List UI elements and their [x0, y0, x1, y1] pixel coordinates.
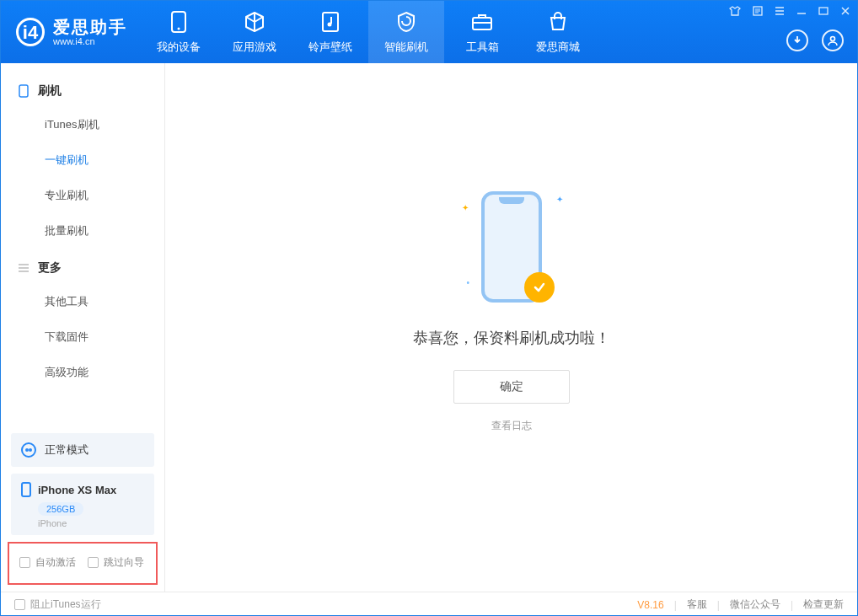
logo-area: i4 爱思助手 www.i4.cn — [1, 1, 141, 63]
logo-cn: 爱思助手 — [53, 18, 127, 36]
download-button[interactable] — [786, 29, 808, 51]
footer-link-update[interactable]: 检查更新 — [803, 597, 844, 612]
nav-tab-label: 爱思商城 — [536, 40, 580, 55]
footer-link-wechat[interactable]: 微信公众号 — [730, 597, 780, 612]
sidebar-section-more: 更多 — [1, 249, 164, 284]
checkbox-skip-guide[interactable]: 跳过向导 — [88, 555, 144, 570]
shield-icon — [394, 10, 418, 34]
sidebar-section-flash: 刷机 — [1, 72, 164, 107]
checkbox-label: 阻止iTunes运行 — [30, 597, 101, 612]
list-icon — [18, 262, 29, 274]
checkbox-box-icon — [19, 557, 30, 568]
header-right-buttons — [786, 29, 844, 51]
divider: | — [791, 599, 793, 611]
shop-icon — [546, 10, 570, 34]
sidebar-item-itunes-flash[interactable]: iTunes刷机 — [1, 107, 164, 142]
view-log-link[interactable]: 查看日志 — [491, 419, 532, 433]
device-sub: iPhone — [38, 518, 144, 528]
device-box[interactable]: iPhone XS Max 256GB iPhone — [11, 474, 154, 535]
check-badge-icon — [524, 272, 555, 303]
nav-tab-toolbox[interactable]: 工具箱 — [444, 1, 520, 63]
nav-tab-apps[interactable]: 应用游戏 — [217, 1, 292, 63]
svg-point-1 — [178, 27, 180, 29]
mode-icon — [21, 442, 36, 458]
sidebar-item-other-tools[interactable]: 其他工具 — [1, 284, 164, 319]
sidebar-item-download-firmware[interactable]: 下载固件 — [1, 319, 164, 355]
nav-tab-label: 铃声壁纸 — [308, 40, 352, 55]
toolbox-icon — [470, 10, 494, 34]
nav-tab-label: 工具箱 — [466, 40, 499, 55]
footer-right: V8.16 | 客服 | 微信公众号 | 检查更新 — [637, 597, 844, 612]
nav-tab-label: 我的设备 — [157, 40, 201, 55]
nav-tab-device[interactable]: 我的设备 — [141, 1, 217, 63]
svg-rect-6 — [819, 8, 828, 14]
nav-tab-flash[interactable]: 智能刷机 — [368, 1, 444, 63]
sidebar-item-batch-flash[interactable]: 批量刷机 — [1, 213, 164, 249]
sparkle-icon: • — [467, 278, 470, 287]
checkbox-block-itunes[interactable]: 阻止iTunes运行 — [14, 597, 101, 612]
checkbox-highlight-area: 自动激活 跳过向导 — [8, 542, 158, 585]
device-icon — [167, 10, 190, 34]
mode-label: 正常模式 — [45, 442, 88, 458]
nav-tabs: 我的设备 应用游戏 铃声壁纸 智能刷机 工具箱 — [141, 1, 596, 63]
sidebar-item-advanced[interactable]: 高级功能 — [1, 355, 164, 390]
sidebar-bottom: 正常模式 iPhone XS Max 256GB iPhone 自动激活 跳过向… — [1, 426, 164, 592]
main-area: 刷机 iTunes刷机 一键刷机 专业刷机 批量刷机 更多 其他工具 下载固件 … — [1, 63, 857, 592]
sidebar: 刷机 iTunes刷机 一键刷机 专业刷机 批量刷机 更多 其他工具 下载固件 … — [1, 63, 165, 592]
shirt-icon[interactable] — [727, 6, 743, 19]
logo-icon: i4 — [16, 18, 45, 46]
confirm-button[interactable]: 确定 — [453, 370, 570, 404]
nav-tab-label: 智能刷机 — [384, 40, 428, 55]
nav-tab-label: 应用游戏 — [233, 40, 276, 55]
sidebar-item-oneclick-flash[interactable]: 一键刷机 — [1, 142, 164, 178]
phone-small-icon — [18, 85, 29, 97]
nav-tab-ringtones[interactable]: 铃声壁纸 — [292, 1, 368, 63]
divider: | — [674, 599, 677, 611]
nav-tab-shop[interactable]: 爱思商城 — [520, 1, 596, 63]
close-icon[interactable] — [839, 6, 852, 19]
svg-point-7 — [831, 37, 835, 41]
maximize-icon[interactable] — [817, 6, 830, 19]
success-illustration: ✦ ✦ • — [474, 188, 550, 306]
menu-icon[interactable] — [773, 6, 786, 19]
divider: | — [717, 599, 720, 611]
app-header: i4 爱思助手 www.i4.cn 我的设备 应用游戏 铃声壁纸 — [1, 1, 857, 63]
sidebar-item-pro-flash[interactable]: 专业刷机 — [1, 178, 164, 213]
checkbox-label: 自动激活 — [35, 555, 76, 570]
version-label: V8.16 — [637, 599, 663, 611]
checkbox-label: 跳过向导 — [104, 555, 144, 570]
logo-en: www.i4.cn — [53, 36, 127, 46]
checkbox-auto-activate[interactable]: 自动激活 — [19, 555, 76, 570]
cube-icon — [243, 10, 266, 34]
logo-text: 爱思助手 www.i4.cn — [53, 18, 127, 46]
window-controls — [727, 6, 852, 19]
note-icon[interactable] — [751, 6, 764, 19]
sidebar-section-title: 更多 — [38, 260, 62, 276]
mode-box[interactable]: 正常模式 — [11, 433, 154, 467]
checkbox-box-icon — [14, 599, 25, 610]
footer-link-support[interactable]: 客服 — [687, 597, 707, 612]
music-icon — [319, 10, 342, 34]
success-message: 恭喜您，保资料刷机成功啦！ — [413, 328, 610, 348]
checkbox-box-icon — [88, 557, 99, 568]
sparkle-icon: ✦ — [462, 203, 469, 212]
device-storage: 256GB — [38, 502, 83, 516]
device-name: iPhone XS Max — [38, 484, 116, 496]
svg-rect-8 — [19, 85, 28, 97]
phone-icon — [21, 482, 31, 497]
user-button[interactable] — [822, 29, 844, 51]
content-area: ✦ ✦ • 恭喜您，保资料刷机成功啦！ 确定 查看日志 — [165, 63, 857, 592]
sparkle-icon: ✦ — [556, 195, 563, 204]
minimize-icon[interactable] — [795, 6, 808, 19]
footer: 阻止iTunes运行 V8.16 | 客服 | 微信公众号 | 检查更新 — [1, 592, 857, 616]
sidebar-section-title: 刷机 — [38, 83, 62, 99]
svg-point-3 — [328, 22, 332, 26]
